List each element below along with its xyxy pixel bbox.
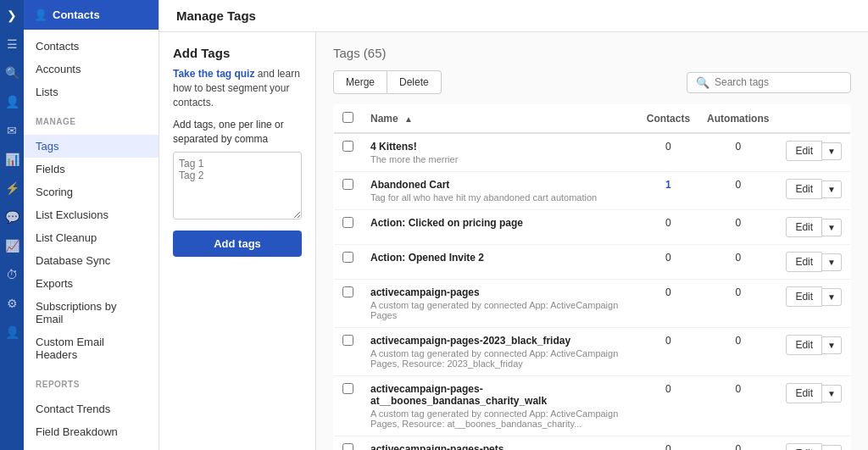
edit-button-7[interactable]: Edit	[786, 443, 822, 450]
edit-dropdown-2[interactable]: ▼	[822, 219, 842, 236]
profile-icon[interactable]: 👤	[5, 325, 19, 339]
tag-contacts-count: 0	[638, 280, 698, 328]
select-all-checkbox[interactable]	[342, 112, 353, 123]
row-checkbox-5[interactable]	[342, 335, 353, 346]
add-tags-textarea[interactable]	[173, 152, 302, 219]
tag-automations-count: 0	[698, 172, 777, 210]
reports-section-label: REPORTS	[24, 371, 159, 392]
sidebar-item-tags[interactable]: Tags	[24, 135, 159, 158]
tag-edit-cell: Edit ▼	[777, 210, 850, 245]
tag-contacts-count: 0	[638, 436, 698, 451]
reports-icon[interactable]: 📈	[5, 239, 19, 253]
tag-name-cell: activecampaign-pages-2023_black_friday A…	[362, 328, 638, 376]
edit-dropdown-1[interactable]: ▼	[822, 181, 842, 198]
deals-icon[interactable]: ⏱	[6, 268, 18, 281]
tag-automations-count: 0	[698, 245, 777, 280]
automations-icon[interactable]: ⚡	[5, 181, 19, 195]
row-checkbox-3[interactable]	[342, 252, 353, 263]
settings-icon[interactable]: ⚙	[7, 297, 18, 310]
edit-button-6[interactable]: Edit	[786, 383, 822, 403]
tag-name: activecampaign-pages	[370, 286, 630, 298]
tag-edit-cell: Edit ▼	[777, 328, 850, 376]
add-tags-title: Add Tags	[173, 46, 302, 60]
search-icon[interactable]: 🔍	[5, 66, 19, 80]
sidebar-title: Contacts	[53, 8, 100, 21]
tag-name: activecampaign-pages-at__boones_bandanas…	[370, 383, 630, 407]
sidebar-item-field-breakdown[interactable]: Field Breakdown	[24, 420, 159, 443]
edit-dropdown-3[interactable]: ▼	[822, 253, 842, 271]
edit-button-3[interactable]: Edit	[786, 252, 822, 272]
delete-button[interactable]: Delete	[387, 70, 442, 94]
row-checkbox-6[interactable]	[342, 383, 353, 394]
tag-name: 4 Kittens!	[370, 141, 630, 153]
sidebar-item-database-sync[interactable]: Database Sync	[24, 249, 159, 272]
table-row: activecampaign-pages-2023_black_friday A…	[334, 328, 851, 376]
sidebar-item-nearby-contacts[interactable]: Nearby Contacts	[24, 443, 159, 450]
name-column-header: Name ▲	[362, 105, 638, 134]
edit-dropdown-0[interactable]: ▼	[822, 142, 842, 160]
tag-name-cell: activecampaign-pages-at__boones_bandanas…	[362, 376, 638, 436]
sidebar-item-contact-trends[interactable]: Contact Trends	[24, 397, 159, 420]
tag-name: Abandoned Cart	[370, 179, 630, 191]
tag-contacts-count: 0	[638, 245, 698, 280]
tag-name: activecampaign-pages-2023_black_friday	[370, 335, 630, 347]
edit-dropdown-4[interactable]: ▼	[822, 288, 842, 306]
conversations-icon[interactable]: 💬	[5, 210, 19, 224]
edit-dropdown-5[interactable]: ▼	[822, 336, 842, 354]
tags-table: Name ▲ Contacts Automations 4 Kittens! T…	[333, 104, 851, 450]
sidebar-item-list-exclusions[interactable]: List Exclusions	[24, 203, 159, 226]
sidebar-item-exports[interactable]: Exports	[24, 272, 159, 295]
edit-dropdown-7[interactable]: ▼	[822, 445, 842, 451]
search-icon: 🔍	[696, 76, 709, 89]
add-tags-description: Take the tag quiz and learn how to best …	[173, 67, 302, 109]
tag-edit-cell: Edit ▼	[777, 172, 850, 210]
row-checkbox-0[interactable]	[342, 141, 353, 152]
campaigns-icon[interactable]: 📊	[5, 153, 19, 166]
email-icon[interactable]: ✉	[7, 124, 17, 137]
tag-automations-count: 0	[698, 436, 777, 451]
edit-dropdown-6[interactable]: ▼	[822, 385, 842, 403]
tag-contacts-count: 0	[638, 376, 698, 436]
edit-button-2[interactable]: Edit	[786, 217, 822, 237]
table-row: Action: Clicked on pricing page 0 0 Edit…	[334, 210, 851, 245]
tags-title: Tags (65)	[333, 46, 851, 60]
merge-button[interactable]: Merge	[333, 70, 387, 94]
row-checkbox-7[interactable]	[342, 443, 353, 450]
table-row: Abandoned Cart Tag for all who have hit …	[334, 172, 851, 210]
main: Manage Tags Add Tags Take the tag quiz a…	[159, 0, 868, 450]
sidebar: 👤 Contacts Contacts Accounts Lists MANAG…	[24, 0, 159, 450]
sort-arrow-icon: ▲	[404, 114, 413, 124]
sidebar-nav-reports: Contact Trends Field Breakdown Nearby Co…	[24, 392, 159, 450]
tag-contacts-link[interactable]: 1	[665, 179, 671, 191]
table-row: activecampaign-pages-at__boones_bandanas…	[334, 376, 851, 436]
menu-icon[interactable]: ☰	[7, 37, 18, 51]
edit-button-5[interactable]: Edit	[786, 335, 822, 355]
row-checkbox-4[interactable]	[342, 286, 353, 297]
table-row: Action: Opened Invite 2 0 0 Edit ▼	[334, 245, 851, 280]
contacts-icon[interactable]: 👤	[5, 95, 19, 108]
sidebar-item-contacts[interactable]: Contacts	[24, 35, 159, 58]
tag-edit-cell: Edit ▼	[777, 436, 850, 451]
main-body: Add Tags Take the tag quiz and learn how…	[159, 32, 868, 450]
tag-automations-count: 0	[698, 280, 777, 328]
search-tags-input[interactable]	[715, 76, 842, 88]
tag-contacts-count: 0	[638, 210, 698, 245]
search-tags-container: 🔍	[687, 72, 851, 93]
sidebar-item-scoring[interactable]: Scoring	[24, 181, 159, 203]
sidebar-item-fields[interactable]: Fields	[24, 158, 159, 181]
add-tags-button[interactable]: Add tags	[173, 231, 302, 257]
edit-button-4[interactable]: Edit	[786, 286, 822, 307]
sidebar-item-subscriptions[interactable]: Subscriptions by Email	[24, 295, 159, 331]
tag-description: A custom tag generated by connected App:…	[370, 300, 630, 320]
edit-button-0[interactable]: Edit	[786, 141, 822, 161]
tag-quiz-link[interactable]: Take the tag quiz	[173, 68, 254, 80]
sidebar-item-custom-email-headers[interactable]: Custom Email Headers	[24, 331, 159, 366]
sidebar-item-accounts[interactable]: Accounts	[24, 58, 159, 81]
sidebar-item-list-cleanup[interactable]: List Cleanup	[24, 226, 159, 249]
row-checkbox-1[interactable]	[342, 179, 353, 190]
tag-actions-bar: Merge Delete 🔍	[333, 70, 851, 94]
edit-button-1[interactable]: Edit	[786, 179, 822, 199]
row-checkbox-2[interactable]	[342, 217, 353, 228]
sidebar-item-lists[interactable]: Lists	[24, 81, 159, 103]
collapse-icon[interactable]: ❯	[7, 8, 17, 22]
